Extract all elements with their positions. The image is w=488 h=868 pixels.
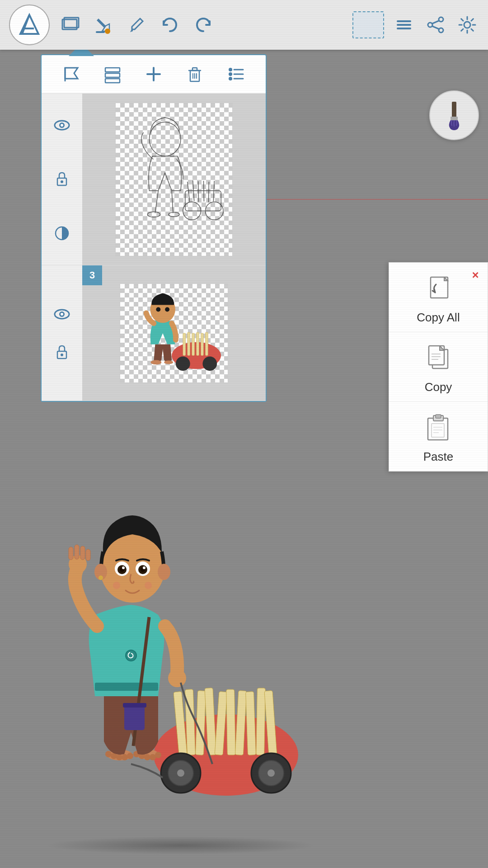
layer-2-controls — [42, 265, 82, 401]
svg-point-92 — [149, 122, 180, 156]
svg-rect-6 — [397, 28, 411, 29]
app-logo[interactable] — [9, 5, 50, 45]
menu-icon[interactable] — [392, 13, 416, 37]
layer-stack-tool[interactable] — [101, 62, 124, 86]
svg-point-111 — [165, 307, 169, 311]
svg-point-26 — [177, 769, 184, 777]
toolbar — [0, 0, 488, 50]
svg-rect-5 — [397, 24, 411, 26]
svg-point-36 — [127, 753, 133, 759]
layers-tool-icon[interactable] — [58, 13, 81, 37]
layer-item-1[interactable] — [42, 94, 266, 265]
svg-point-43 — [126, 650, 136, 661]
svg-rect-121 — [201, 333, 203, 356]
svg-point-34 — [116, 754, 122, 760]
copy-all-label: Copy All — [417, 311, 460, 325]
layer-2-lock-toggle[interactable] — [52, 342, 72, 362]
layer-flag-tool[interactable] — [60, 62, 83, 86]
svg-point-40 — [150, 754, 156, 760]
svg-rect-69 — [105, 68, 120, 72]
svg-line-100 — [198, 181, 199, 202]
svg-line-101 — [203, 180, 204, 201]
share-icon[interactable] — [424, 13, 447, 37]
svg-point-50 — [99, 576, 103, 580]
svg-point-110 — [156, 307, 160, 311]
svg-rect-22 — [256, 688, 266, 755]
layer-badge: 3 — [82, 265, 102, 285]
svg-rect-42 — [95, 683, 158, 691]
context-menu-close-button[interactable]: × — [467, 266, 484, 283]
svg-rect-64 — [80, 546, 85, 560]
svg-point-59 — [113, 582, 120, 589]
svg-rect-117 — [183, 333, 186, 356]
copy-icon — [422, 341, 454, 377]
svg-line-102 — [208, 181, 209, 202]
settings-icon[interactable] — [455, 13, 479, 37]
svg-rect-19 — [226, 689, 236, 755]
character-svg — [23, 411, 339, 841]
svg-rect-124 — [450, 117, 458, 120]
svg-rect-46 — [123, 703, 146, 708]
brush-button[interactable] — [429, 90, 479, 140]
layer-1-opacity-control[interactable] — [52, 223, 72, 243]
layers-panel: 3 — [41, 54, 267, 402]
svg-rect-134 — [432, 424, 444, 437]
svg-point-83 — [229, 68, 232, 71]
svg-rect-62 — [75, 545, 79, 559]
svg-point-113 — [164, 360, 173, 364]
svg-line-11 — [432, 26, 439, 29]
svg-point-8 — [428, 23, 432, 27]
select-box-tool[interactable] — [352, 11, 384, 38]
copy-label: Copy — [425, 380, 452, 394]
copy-menu-item[interactable]: Copy — [389, 332, 488, 402]
add-layer-button[interactable] — [142, 62, 165, 86]
svg-point-66 — [168, 669, 186, 687]
svg-line-98 — [188, 181, 190, 202]
layer-1-lock-toggle[interactable] — [52, 169, 72, 189]
svg-point-39 — [144, 754, 150, 760]
eyedropper-icon[interactable] — [125, 13, 148, 37]
svg-point-116 — [202, 356, 217, 371]
layer-2-canvas — [120, 283, 228, 383]
layer-1-canvas — [115, 103, 233, 256]
svg-point-93 — [147, 212, 160, 217]
svg-point-106 — [61, 313, 63, 316]
svg-rect-123 — [452, 102, 456, 118]
svg-rect-95 — [185, 190, 221, 211]
svg-point-29 — [267, 769, 275, 777]
svg-point-12 — [464, 22, 470, 28]
svg-rect-122 — [205, 332, 208, 356]
svg-point-90 — [61, 180, 63, 183]
paste-label: Paste — [423, 450, 454, 464]
undo-icon[interactable] — [158, 13, 182, 37]
svg-rect-119 — [192, 333, 195, 356]
svg-point-9 — [439, 28, 443, 33]
svg-rect-76 — [192, 68, 197, 71]
paste-menu-item[interactable]: Paste — [389, 402, 488, 471]
svg-point-7 — [439, 17, 443, 22]
redo-icon[interactable] — [192, 13, 215, 37]
context-menu: × Copy All — [389, 262, 488, 472]
fill-bucket-icon[interactable] — [91, 13, 115, 37]
svg-rect-133 — [436, 415, 441, 418]
svg-point-60 — [145, 582, 152, 589]
delete-layer-button[interactable] — [183, 62, 206, 86]
svg-point-2 — [105, 28, 110, 34]
layer-1-visibility-toggle[interactable] — [52, 115, 72, 135]
svg-rect-120 — [197, 332, 199, 356]
svg-point-112 — [150, 360, 161, 364]
svg-point-115 — [176, 356, 190, 371]
layer-1-preview[interactable] — [82, 94, 266, 265]
svg-point-108 — [61, 354, 63, 356]
layer-2-preview[interactable] — [82, 265, 266, 401]
svg-point-35 — [122, 754, 128, 760]
svg-point-94 — [169, 212, 179, 217]
svg-point-88 — [61, 124, 63, 127]
svg-rect-70 — [105, 73, 120, 77]
layer-item-2[interactable] — [42, 265, 266, 401]
layer-list-options[interactable] — [224, 62, 248, 86]
layer-2-visibility-toggle[interactable] — [52, 304, 72, 324]
svg-rect-63 — [69, 547, 73, 560]
paste-icon — [422, 411, 454, 447]
svg-marker-67 — [65, 68, 78, 79]
